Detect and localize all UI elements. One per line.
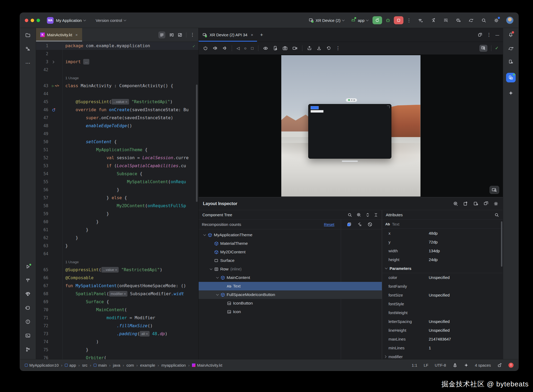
maximize-window-button[interactable]	[37, 19, 40, 22]
breadcrumb-item[interactable]: MyApplication10	[25, 363, 59, 367]
volume-up-icon[interactable]	[213, 46, 218, 51]
modifier-row[interactable]: modifier	[382, 352, 503, 361]
usage-inlay-hint[interactable]: 1 Usage	[65, 76, 79, 80]
code-line[interactable]: 48 enableEdgeToEdge()	[36, 122, 198, 130]
code-line[interactable]: 43▷</>class MainActivity : ComponentActi…	[36, 82, 198, 90]
attribute-row-color[interactable]: colorUnspecified	[382, 273, 503, 282]
attributes-search-icon[interactable]	[494, 213, 499, 217]
code-line[interactable]: 73 .padding(all = 48.dp)	[36, 330, 198, 338]
layout-inspector-toggle-icon[interactable]	[479, 45, 487, 52]
project-selector[interactable]: My Application	[56, 18, 86, 23]
parameters-section-header[interactable]: Parameters	[382, 264, 503, 273]
override-gutter-icon[interactable]	[51, 106, 63, 114]
attribute-row-maxLines[interactable]: maxLines2147483647	[382, 335, 503, 343]
reset-counts-link[interactable]: Reset	[324, 222, 338, 227]
code-line[interactable]: 47 super.onCreate(savedInstanceState)	[36, 114, 198, 122]
code-line[interactable]: 62 }	[36, 234, 198, 242]
search-icon[interactable]	[481, 18, 487, 23]
code-line[interactable]: 74 )	[36, 338, 198, 346]
download-icon[interactable]	[316, 46, 322, 51]
collapse-all-icon[interactable]	[374, 213, 378, 217]
avatar[interactable]	[506, 17, 514, 24]
code-line[interactable]: 46 override fun onCreate(savedInstanceSt…	[36, 106, 198, 114]
settings-icon[interactable]	[494, 18, 499, 23]
chevron-down-icon[interactable]	[202, 235, 207, 235]
code-line[interactable]: 64	[36, 250, 198, 258]
gradle-icon[interactable]	[508, 45, 514, 51]
popout-icon[interactable]	[483, 201, 488, 206]
attribute-row-x[interactable]: x48dp	[382, 229, 503, 238]
close-window-button[interactable]	[25, 19, 28, 22]
tree-node-maincontent[interactable]: MainContent	[199, 273, 382, 282]
code-line[interactable]: 42	[36, 66, 198, 74]
code-line[interactable]: 75 }	[36, 346, 198, 354]
code-line[interactable]: 61 }	[36, 226, 198, 234]
attribute-row-lineHeight[interactable]: lineHeightUnspecified	[382, 326, 503, 335]
xr-scene[interactable]	[281, 55, 420, 197]
back-icon[interactable]: ◁	[237, 46, 240, 51]
line-ending[interactable]: LF	[424, 363, 428, 367]
export-snapshot-icon[interactable]	[463, 201, 468, 206]
inspection-ok-icon[interactable]: ✓	[193, 43, 195, 49]
caret-position[interactable]: 1:1	[412, 363, 417, 367]
running-devices-icon[interactable]	[506, 73, 516, 82]
code-line[interactable]: 59 }	[36, 210, 198, 218]
breadcrumb-item[interactable]: MainActivity.kt	[192, 363, 222, 367]
build-run-icon[interactable]	[418, 18, 424, 23]
logcat-tool-icon[interactable]	[25, 305, 31, 311]
restart-icon[interactable]	[326, 46, 331, 51]
app-quality-insights-icon[interactable]	[25, 291, 31, 297]
code-line[interactable]: 50 setContent {	[36, 138, 198, 146]
code-line[interactable]: 63}	[36, 242, 198, 250]
error-indicator[interactable]: !	[508, 363, 514, 368]
tree-node-row[interactable]: Row(inline)	[199, 265, 382, 273]
tree-visibility-icon[interactable]	[356, 213, 362, 217]
run-config-selector[interactable]: app	[351, 18, 368, 23]
breadcrumb-item[interactable]: app	[65, 363, 76, 367]
fold-gutter-icon[interactable]	[51, 58, 63, 66]
share-icon[interactable]	[307, 46, 312, 51]
code-line[interactable]: 67fun MySpatialContent(onRequestHomeSpac…	[36, 282, 198, 290]
tree-node-fullspacemodeiconbutton[interactable]: FullSpaceModeIconButton	[199, 290, 382, 299]
kebab-menu-icon[interactable]: ⋮	[407, 18, 411, 23]
code-line[interactable]: 1 Usage	[36, 74, 198, 82]
tree-node-text[interactable]: AbText	[199, 282, 382, 290]
logcat-list-icon[interactable]	[443, 18, 449, 23]
code-line[interactable]: 53 if (LocalSpatialCapabilities.cu	[36, 162, 198, 170]
code-line[interactable]: 54 Subspace {	[36, 170, 198, 178]
app-panel[interactable]	[308, 104, 391, 159]
panel-resize-handle[interactable]	[387, 106, 390, 108]
code-line[interactable]: 1 Usage	[36, 258, 198, 266]
version-control-tool-icon[interactable]	[25, 347, 31, 352]
layers-icon[interactable]	[347, 222, 352, 227]
new-device-tab-icon[interactable]: +	[257, 32, 266, 38]
device-selector[interactable]: XR Device (2)	[308, 18, 344, 23]
close-tab-icon[interactable]: ×	[251, 33, 253, 37]
eye-icon[interactable]	[263, 46, 268, 51]
notifications-icon[interactable]	[508, 32, 514, 37]
file-encoding[interactable]: UTF-8	[435, 363, 446, 367]
code-line[interactable]: 70 MainContent(	[36, 306, 198, 314]
lock-icon[interactable]	[497, 363, 502, 367]
code-line[interactable]: 57 } else {	[36, 194, 198, 202]
editor-scrollbar[interactable]	[196, 85, 198, 202]
build-tool-icon[interactable]	[25, 278, 31, 283]
power-icon[interactable]	[203, 46, 208, 51]
code-line[interactable]: 69 Surface {	[36, 298, 198, 306]
minimize-window-button[interactable]	[31, 19, 34, 22]
breadcrumb-item[interactable]: com	[126, 363, 134, 367]
run-gutter-icon[interactable]: ▷</>	[51, 82, 63, 90]
device-settings-icon[interactable]	[273, 46, 278, 51]
attributes-scrollbar[interactable]	[501, 221, 502, 267]
code-line[interactable]: 52 val session = LocalSession.curre	[36, 154, 198, 162]
indent-config[interactable]: 4 spaces	[475, 363, 491, 367]
tree-node-myapplicationtheme[interactable]: MyApplicationTheme	[199, 231, 382, 239]
code-line[interactable]: 56 }	[36, 186, 198, 194]
tree-node-materialtheme[interactable]: MaterialTheme	[199, 239, 382, 248]
code-line[interactable]: 49	[36, 130, 198, 138]
emulator-more-icon[interactable]: ⋮	[336, 45, 340, 51]
attribute-row-width[interactable]: width134dp	[382, 246, 503, 255]
code-line[interactable]: 45 @SuppressLint(...value = "RestrictedA…	[36, 98, 198, 106]
tree-node-icon[interactable]: Icon	[199, 307, 382, 316]
code-view-icon[interactable]	[158, 31, 165, 38]
